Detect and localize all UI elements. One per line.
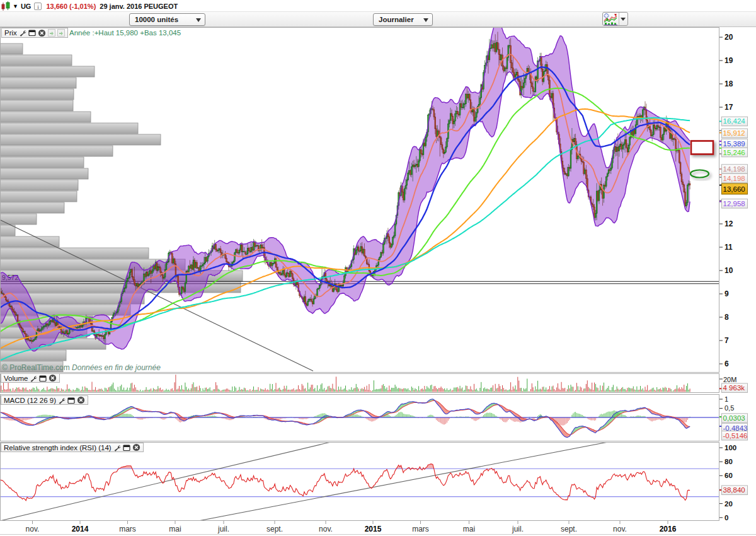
svg-text:7: 7 <box>724 336 729 345</box>
svg-text:80: 80 <box>724 458 733 465</box>
svg-text:sept.: sept. <box>266 525 283 533</box>
svg-text:19: 19 <box>724 56 733 65</box>
svg-text:© ProRealTime.com Données en f: © ProRealTime.com Données en fin de jour… <box>2 363 161 372</box>
svg-text:38,840: 38,840 <box>723 486 745 494</box>
svg-text:nov.: nov. <box>613 525 627 533</box>
svg-text:0: 0 <box>724 514 728 521</box>
svg-text:13,660: 13,660 <box>723 185 745 193</box>
svg-text:6: 6 <box>724 359 729 368</box>
svg-text:mars: mars <box>412 525 429 533</box>
svg-text:nov.: nov. <box>319 525 333 533</box>
svg-text:17: 17 <box>724 103 733 112</box>
svg-text:2014: 2014 <box>72 525 89 533</box>
svg-text:nov.: nov. <box>26 525 40 533</box>
svg-text:14,198: 14,198 <box>723 175 745 182</box>
svg-text:20: 20 <box>724 500 733 508</box>
svg-text:4 963k: 4 963k <box>723 384 745 392</box>
svg-text:16,424: 16,424 <box>723 117 746 125</box>
svg-text:-0,4843: -0,4843 <box>723 424 748 432</box>
svg-text:10: 10 <box>724 266 733 275</box>
svg-text:18: 18 <box>724 79 733 88</box>
svg-text:2015: 2015 <box>365 525 382 533</box>
svg-text:mai: mai <box>169 525 181 533</box>
svg-text:mars: mars <box>119 525 136 533</box>
svg-text:20: 20 <box>724 33 733 42</box>
svg-text:100: 100 <box>724 444 736 452</box>
svg-text:mai: mai <box>463 525 475 533</box>
svg-text:12: 12 <box>724 219 733 228</box>
svg-text:15,389: 15,389 <box>723 140 745 148</box>
svg-text:1: 1 <box>724 395 728 403</box>
svg-text:12,958: 12,958 <box>723 200 745 207</box>
svg-text:11: 11 <box>724 243 733 252</box>
svg-text:9: 9 <box>724 289 729 298</box>
svg-text:0,5: 0,5 <box>724 404 734 412</box>
svg-text:8: 8 <box>724 313 729 322</box>
svg-text:juil.: juil. <box>217 525 229 533</box>
svg-text:juil.: juil. <box>512 525 524 533</box>
svg-text:2016: 2016 <box>660 525 677 533</box>
svg-text:60: 60 <box>724 472 733 479</box>
svg-text:sept.: sept. <box>561 525 577 533</box>
svg-text:14,198: 14,198 <box>723 165 745 173</box>
svg-text:0,0303: 0,0303 <box>723 414 745 422</box>
svg-text:20M: 20M <box>723 376 736 383</box>
svg-text:15,912: 15,912 <box>723 129 745 137</box>
svg-text:-0,5146: -0,5146 <box>723 432 748 440</box>
svg-text:15,246: 15,246 <box>723 149 745 156</box>
